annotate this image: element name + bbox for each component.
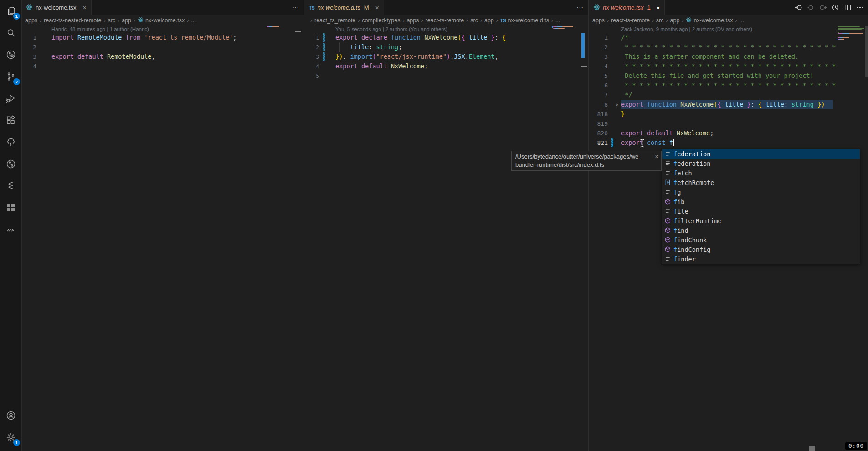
activity-source-control-icon[interactable]: 7 (0, 66, 21, 87)
code-line-821[interactable]: 821export const f (589, 138, 868, 148)
scrollbar[interactable] (865, 26, 868, 77)
minimap[interactable] (838, 26, 864, 40)
suggestion-fib[interactable]: fib (662, 197, 860, 206)
minimap[interactable] (553, 26, 576, 31)
mouse-ibeam-cursor (639, 139, 645, 148)
activity-ribbon-icon[interactable] (0, 175, 21, 197)
gutter-decorations (608, 90, 621, 100)
code-line-5[interactable]: 5 Delete this file and get started with … (589, 71, 868, 81)
minimap-slider[interactable] (295, 31, 301, 32)
minimap[interactable] (267, 26, 293, 29)
breadcrumb-item[interactable]: react-ts-remote (426, 17, 464, 24)
suggestion-finder[interactable]: finder (662, 254, 860, 264)
code-line-1[interactable]: 1/* (589, 33, 868, 42)
tab-close-icon[interactable]: × (83, 4, 87, 11)
timer-icon[interactable] (832, 4, 839, 11)
code-line-2[interactable]: 2 (21, 42, 304, 52)
breadcrumb-item[interactable]: src (108, 17, 116, 24)
more-actions-icon[interactable]: ⋯ (576, 4, 584, 12)
tab-dirty-indicator[interactable]: ● (657, 5, 660, 10)
gutter-decorations (608, 62, 621, 71)
git-blame-codelens[interactable]: Zack Jackson, 9 months ago | 2 authors (… (621, 26, 868, 33)
breadcrumb-item[interactable]: react-ts-nested-remote (44, 17, 101, 24)
activity-run-debug-icon[interactable] (0, 87, 21, 109)
breadcrumb-item[interactable]: app (670, 17, 680, 24)
tab-nx-welcome.tsx[interactable]: nx-welcome.tsx× (21, 0, 92, 15)
gutter-decorations (36, 42, 51, 52)
tab-close-icon[interactable]: × (375, 4, 379, 11)
suggestion-file[interactable]: file (662, 206, 860, 216)
breadcrumb-item[interactable]: compiled-types (362, 17, 400, 24)
breadcrumb-item[interactable]: apps (25, 17, 37, 24)
code-line-3[interactable]: 3export default RemoteModule; (21, 52, 304, 62)
code-line-3[interactable]: 3 This is a starter component and can be… (589, 52, 868, 62)
suggestion-federation[interactable]: federation (662, 149, 860, 159)
split-editor-icon[interactable] (844, 4, 852, 11)
code-line-1[interactable]: 1import RemoteModule from 'react_ts_remo… (21, 33, 304, 42)
breadcrumb-item[interactable]: src (656, 17, 664, 24)
suggestion-find[interactable]: find (662, 226, 860, 235)
activity-tree-icon[interactable] (0, 131, 21, 153)
breadcrumb-item[interactable]: apps (592, 17, 605, 24)
activity-wave-icon[interactable] (0, 219, 21, 241)
breadcrumb-item[interactable]: ... (555, 17, 560, 24)
activity-account-icon[interactable] (0, 405, 21, 426)
suggestion-findChunk[interactable]: findChunk (662, 235, 860, 245)
code-line-4[interactable]: 4export default NxWelcome; (304, 62, 588, 71)
nav-circle-forward-icon[interactable] (819, 4, 827, 11)
tab-nx-welcome.d.ts[interactable]: TSnx-welcome.d.tsM× (304, 0, 384, 15)
code-line-5[interactable]: 5 (304, 71, 588, 81)
suggestion-fg[interactable]: fg (662, 187, 860, 197)
code-line-1[interactable]: 1export declare function NxWelcome({ tit… (304, 33, 588, 42)
breadcrumb-item[interactable]: apps (406, 17, 419, 24)
code-line-2[interactable]: 2 * * * * * * * * * * * * * * * * * * * … (589, 42, 868, 52)
more-actions-icon[interactable]: ⋯ (292, 4, 299, 12)
fold-chevron-icon[interactable]: › (615, 100, 619, 109)
breadcrumb-item[interactable]: app (484, 17, 494, 24)
breadcrumb-item[interactable]: nx-welcome.tsx (138, 17, 185, 24)
breadcrumb-item[interactable]: ... (191, 17, 195, 24)
nav-back-icon[interactable] (795, 4, 802, 11)
breadcrumb-item[interactable]: app (122, 17, 131, 24)
code-line-4[interactable]: 4 (21, 62, 304, 71)
suggestion-federation[interactable]: federation (662, 159, 860, 168)
code-line-4[interactable]: 4 * * * * * * * * * * * * * * * * * * * … (589, 62, 868, 71)
tooltip-close-icon[interactable]: × (655, 153, 658, 161)
breadcrumb-item[interactable]: TSnx-welcome.d.ts (500, 17, 549, 24)
code-line-7[interactable]: 7 */ (589, 90, 868, 100)
activity-gitlens-icon[interactable] (0, 44, 21, 66)
overview-ruler-modified (581, 33, 585, 58)
activity-search-icon[interactable] (0, 22, 21, 44)
git-blame-codelens[interactable]: Hanric, 48 minutes ago | 1 author (Hanri… (51, 26, 304, 33)
breadcrumb-item[interactable]: src (470, 17, 478, 24)
git-blame-codelens[interactable]: You, 5 seconds ago | 2 authors (You and … (335, 26, 588, 33)
suggestion-fetchRemote[interactable]: fetchRemote (662, 178, 860, 187)
suggestion-fetch[interactable]: fetch (662, 168, 860, 178)
activity-settings-gear-icon[interactable]: 1 (0, 426, 21, 448)
code-line-820[interactable]: 820export default NxWelcome; (589, 128, 868, 138)
activity-extensions-icon[interactable] (0, 109, 21, 131)
activity-explorer-icon[interactable]: 1 (0, 0, 21, 22)
breadcrumb-item[interactable]: react-ts-remote (611, 17, 650, 24)
code-editor[interactable]: You, 5 seconds ago | 2 authors (You and … (304, 26, 588, 451)
code-line-3[interactable]: 3}): import("react/jsx-runtime").JSX.Ele… (304, 52, 588, 62)
breadcrumb-item[interactable]: ... (740, 17, 744, 24)
code-line-2[interactable]: 2 title: string; (304, 42, 588, 52)
minimap-slider[interactable] (581, 66, 587, 67)
tab-nx-welcome.tsx[interactable]: nx-welcome.tsx1● (589, 0, 665, 15)
activity-commit-graph-icon[interactable] (0, 153, 21, 175)
suggestion-label: fib (673, 198, 684, 205)
nav-circle-back-icon[interactable] (807, 4, 815, 11)
code-text: title: string; (335, 42, 402, 52)
code-line-818[interactable]: 818} (589, 109, 868, 119)
code-line-819[interactable]: 819 (589, 119, 868, 128)
code-editor[interactable]: Hanric, 48 minutes ago | 1 author (Hanri… (21, 26, 304, 451)
breadcrumb-item[interactable]: nx-welcome.tsx (686, 17, 733, 24)
suggestion-filterRuntime[interactable]: filterRuntime (662, 216, 860, 226)
code-line-6[interactable]: 6 * * * * * * * * * * * * * * * * * * * … (589, 81, 868, 90)
code-line-8[interactable]: 8›export function NxWelcome({ title }: {… (589, 100, 868, 109)
activity-grid-icon[interactable] (0, 197, 21, 219)
more-actions-icon[interactable] (856, 4, 864, 11)
suggestion-findConfig[interactable]: findConfig (662, 245, 860, 254)
breadcrumb-item[interactable]: react_ts_remote (314, 17, 355, 24)
